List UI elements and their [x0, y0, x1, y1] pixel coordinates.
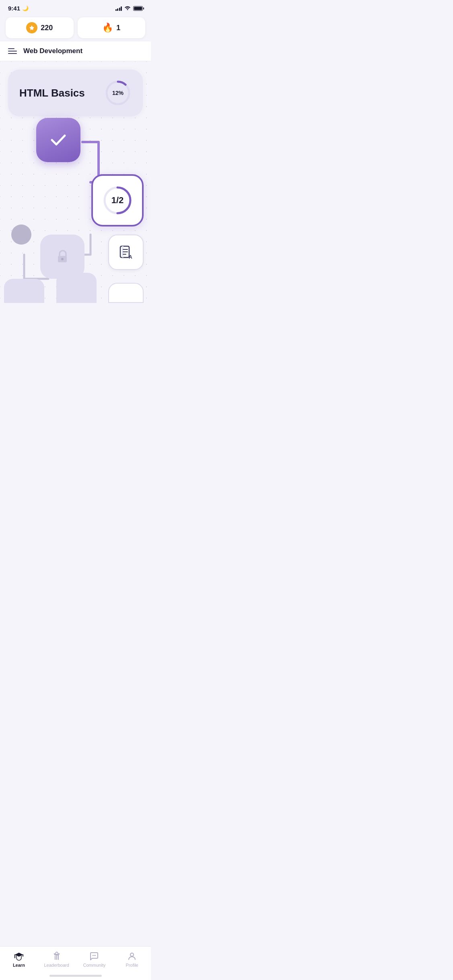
streak-value: 1 — [116, 24, 120, 32]
completed-node[interactable] — [36, 118, 80, 162]
lock-icon — [55, 249, 70, 264]
svg-text:</>: </> — [30, 27, 34, 29]
hamburger-menu[interactable] — [8, 48, 17, 54]
current-node[interactable]: 1/2 — [91, 174, 144, 226]
content-area: HTML Basics 12% 1/2 — [0, 62, 151, 303]
xp-icon: </> — [26, 22, 37, 33]
svg-point-7 — [61, 258, 64, 260]
moon-icon: 🌙 — [22, 5, 29, 11]
locked-dot — [11, 224, 31, 245]
locked-node-2 — [4, 279, 44, 303]
dictionary-icon: A — [119, 245, 133, 259]
status-icons — [115, 5, 143, 11]
page-header: Web Development — [0, 41, 151, 61]
xp-stat: </> 220 — [6, 17, 74, 38]
module-card[interactable]: HTML Basics 12% — [8, 70, 143, 116]
stats-bar: </> 220 🔥 1 — [6, 17, 145, 38]
progress-percent: 12% — [112, 90, 124, 96]
streak-stat: 🔥 1 — [78, 17, 146, 38]
progress-circle: 12% — [104, 79, 132, 107]
signal-icon — [115, 6, 122, 11]
locked-node-4 — [108, 283, 144, 303]
vocab-node: A — [108, 235, 144, 270]
status-time: 9:41 — [8, 5, 20, 12]
lesson-progress-ring: 1/2 — [101, 184, 134, 216]
checkmark-icon — [47, 129, 70, 151]
module-title: HTML Basics — [19, 87, 85, 99]
status-bar: 9:41 🌙 — [0, 0, 151, 15]
page-title: Web Development — [23, 47, 82, 55]
locked-node-3 — [56, 273, 97, 303]
svg-text:A: A — [129, 254, 132, 259]
wifi-icon — [124, 5, 131, 11]
xp-value: 220 — [41, 24, 53, 32]
battery-icon — [133, 6, 143, 11]
locked-node-1 — [40, 235, 84, 279]
streak-icon: 🔥 — [102, 23, 113, 33]
